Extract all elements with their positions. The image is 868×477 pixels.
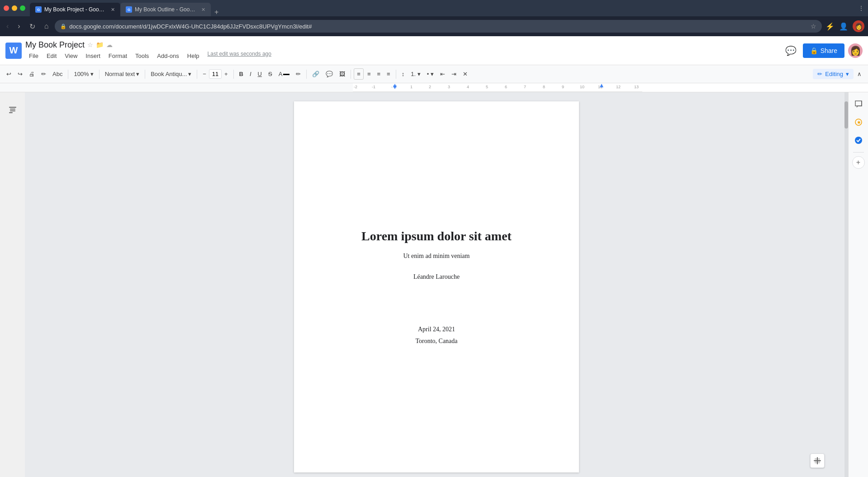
chrome-profile-icon[interactable]: ⋮ [858,5,864,12]
sidebar-check-button[interactable] [850,132,867,148]
back-button[interactable]: ‹ [4,20,11,32]
clear-format-button[interactable]: ✕ [460,69,470,79]
last-edit-text[interactable]: Last edit was seconds ago [208,51,271,61]
scrollbar-thumb[interactable] [844,101,848,129]
menu-format[interactable]: Format [105,51,131,61]
address-text: docs.google.com/document/d/1jwDCFxlxW4G-… [69,23,808,30]
sidebar-comment-button[interactable] [850,96,867,112]
sidebar-divider [853,152,864,153]
extensions-icon[interactable]: ⚡ [825,22,835,31]
forward-button[interactable]: › [15,20,23,32]
editing-mode-button[interactable]: ✏ Editing ▾ [813,69,854,79]
sidebar-star-button[interactable]: ★ [850,114,867,130]
paint-format-button[interactable]: ✏ [38,69,49,79]
decrease-indent-button[interactable]: ⇤ [437,69,448,79]
navigate-button[interactable] [810,453,825,468]
undo-button[interactable]: ↩ [4,69,14,79]
tab-favicon-1: G [35,6,42,13]
editing-chevron-icon: ▾ [846,71,849,77]
bulleted-list-button[interactable]: • ▾ [424,69,436,79]
maximize-window-btn[interactable] [20,5,25,11]
style-selector[interactable]: Normal text ▾ [102,69,142,79]
menu-edit[interactable]: Edit [43,51,60,61]
doc-title[interactable]: My Book Project [25,40,85,50]
increase-font-button[interactable]: + [222,69,231,79]
tab-outline[interactable]: G My Book Outline - Google Doc... ✕ [120,3,211,16]
text-color-button[interactable]: A [276,69,293,79]
numbered-list-button[interactable]: 1. ▾ [408,69,423,79]
share-label: Share [821,47,837,54]
print-button[interactable]: 🖨 [26,69,38,79]
document-main-title[interactable]: Lorem ipsum dolor sit amet [361,229,512,243]
share-button[interactable]: 🔒 Share [803,43,844,58]
zoom-selector[interactable]: 100% ▾ [71,69,96,79]
outline-toggle-button[interactable] [5,101,21,119]
strikethrough-button[interactable]: S [266,69,275,79]
chrome-avatar[interactable]: 👩 [853,20,864,32]
comment-button[interactable]: 💬 [783,43,799,59]
spell-check-button[interactable]: Abc [50,69,65,79]
menu-view[interactable]: View [61,51,81,61]
document-date[interactable]: April 24, 2021 [418,326,455,333]
svg-text:4: 4 [467,85,469,89]
menu-insert[interactable]: Insert [82,51,104,61]
scrollbar-track[interactable] [844,92,848,477]
svg-text:3: 3 [448,85,450,89]
style-chevron: ▾ [136,71,139,77]
star-icon[interactable]: ☆ [87,41,93,48]
text-color-label: A [279,71,283,77]
comment-add-button[interactable]: 💬 [323,69,336,79]
menu-file[interactable]: File [25,51,42,61]
tab-close-1[interactable]: ✕ [111,7,115,13]
tab-close-2[interactable]: ✕ [201,7,205,13]
profile-icon[interactable]: 👤 [839,22,848,31]
doc-menu: File Edit View Insert Format Tools Add-o… [25,51,779,61]
increase-indent-button[interactable]: ⇥ [449,69,459,79]
align-right-button[interactable]: ≡ [374,69,383,79]
menu-help[interactable]: Help [184,51,203,61]
tab-active[interactable]: G My Book Project - Google Doc... ✕ [30,3,120,16]
tab-favicon-2: G [126,6,132,13]
document-author[interactable]: Léandre Larouche [413,273,460,281]
bold-button[interactable]: B [237,69,246,79]
svg-rect-24 [818,458,820,460]
collapse-toolbar-button[interactable]: ∧ [854,69,864,79]
highlight-button[interactable]: ✏ [293,69,304,79]
zoom-value: 100% [74,71,89,77]
svg-text:13: 13 [634,85,639,89]
cloud-icon[interactable]: ☁ [106,41,113,48]
align-center-button[interactable]: ≡ [365,69,374,79]
line-spacing-button[interactable]: ↕ [399,69,408,79]
bookmark-icon[interactable]: ☆ [811,23,816,30]
svg-text:★: ★ [856,119,861,125]
menu-tools[interactable]: Tools [132,51,152,61]
font-selector[interactable]: Book Antiqu... ▾ [148,69,194,79]
font-size-input[interactable] [209,69,222,79]
user-avatar[interactable]: 👩 [848,43,863,58]
svg-text:5: 5 [486,85,488,89]
align-justify-button[interactable]: ≡ [384,69,393,79]
svg-text:8: 8 [543,85,545,89]
sidebar-comment-icon [854,100,863,109]
image-button[interactable]: 🖼 [337,69,348,79]
underline-button[interactable]: U [255,69,265,79]
document-subtitle[interactable]: Ut enim ad minim veniam [403,253,470,260]
redo-button[interactable]: ↪ [15,69,25,79]
refresh-button[interactable]: ↻ [27,20,38,33]
close-window-btn[interactable] [4,5,9,11]
decrease-font-button[interactable]: − [200,69,209,79]
minimize-window-btn[interactable] [12,5,17,11]
folder-icon[interactable]: 📁 [96,41,104,48]
sidebar-add-button[interactable]: + [852,156,865,169]
italic-button[interactable]: I [247,69,254,79]
link-button[interactable]: 🔗 [309,69,322,79]
svg-text:12: 12 [616,85,621,89]
new-tab-button[interactable]: + [211,8,222,16]
align-left-button[interactable]: ≡ [354,68,364,80]
home-button[interactable]: ⌂ [42,20,52,32]
menu-addons[interactable]: Add-ons [153,51,182,61]
document-page[interactable]: Lorem ipsum dolor sit amet Ut enim ad mi… [294,101,579,472]
document-location[interactable]: Toronto, Canada [415,338,457,345]
address-right-icons: ⚡ 👤 👩 [825,20,864,32]
address-field[interactable]: 🔒 docs.google.com/document/d/1jwDCFxlxW4… [55,20,822,33]
